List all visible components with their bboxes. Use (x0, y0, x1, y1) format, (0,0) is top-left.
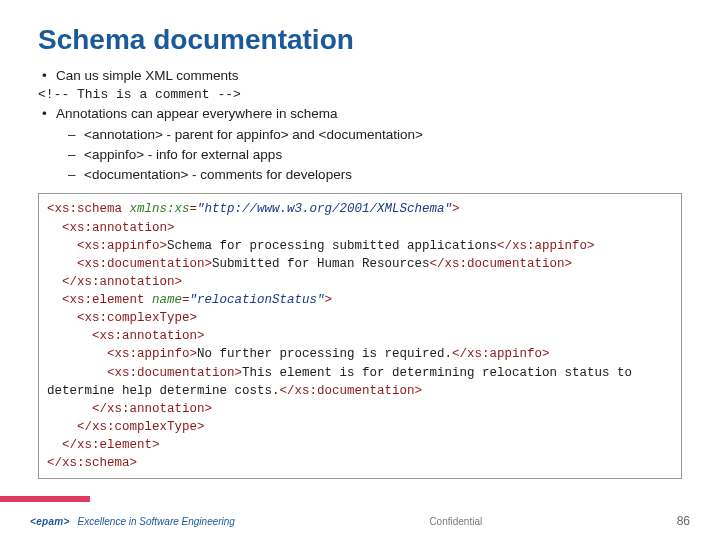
bullet-item: <documentation> - comments for developer… (38, 165, 682, 185)
confidential-label: Confidential (429, 516, 482, 527)
code-line: <xs:complexType> (47, 309, 673, 327)
slide-footer: <epam> Excellence in Software Engineerin… (0, 514, 720, 528)
code-line: <xs:annotation> (47, 219, 673, 237)
code-line: </xs:schema> (47, 454, 673, 472)
bullet-item: Annotations can appear everywhere in sch… (38, 104, 682, 124)
slide-title: Schema documentation (38, 24, 682, 56)
code-comment: <!-- This is a comment --> (38, 86, 682, 104)
bullet-item: <appinfo> - info for external apps (38, 145, 682, 165)
code-line: </xs:element> (47, 436, 673, 454)
code-line: <xs:element name="relocationStatus"> (47, 291, 673, 309)
bullet-item: Can us simple XML comments (38, 66, 682, 86)
code-block: <xs:schema xmlns:xs="http://www.w3.org/2… (38, 193, 682, 479)
accent-bar (0, 496, 90, 502)
bullet-item: <annotation> - parent for appinfo> and <… (38, 125, 682, 145)
code-line: </xs:annotation> (47, 400, 673, 418)
code-line: <xs:annotation> (47, 327, 673, 345)
footer-left: <epam> Excellence in Software Engineerin… (30, 516, 235, 527)
code-line: </xs:complexType> (47, 418, 673, 436)
page-number: 86 (677, 514, 690, 528)
code-line: <xs:appinfo>No further processing is req… (47, 345, 673, 363)
slide-content: Schema documentation Can us simple XML c… (0, 0, 720, 479)
bullet-list: Can us simple XML comments <!-- This is … (38, 66, 682, 185)
code-line: <xs:schema xmlns:xs="http://www.w3.org/2… (47, 200, 673, 218)
brand-logo: <epam> (30, 516, 70, 527)
brand-tagline: Excellence in Software Engineering (78, 516, 235, 527)
code-line: <xs:documentation>This element is for de… (47, 364, 673, 400)
code-line: <xs:documentation>Submitted for Human Re… (47, 255, 673, 273)
code-line: </xs:annotation> (47, 273, 673, 291)
code-line: <xs:appinfo>Schema for processing submit… (47, 237, 673, 255)
